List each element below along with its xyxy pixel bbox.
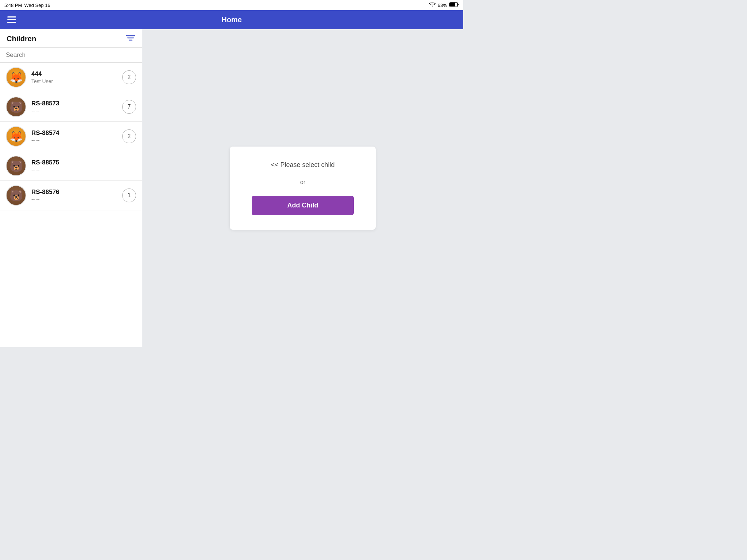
page-title: Home	[221, 16, 242, 24]
search-bar	[0, 48, 142, 63]
date-display: Wed Sep 16	[24, 3, 50, 8]
battery-icon	[449, 2, 459, 8]
child-list: 🦊 444 Test User 2 🐻 RS-88573 -- -- 7	[0, 63, 142, 347]
child-item-rs88576[interactable]: 🐻 RS-88576 -- -- 1	[0, 181, 142, 210]
time-display: 5:48 PM	[4, 3, 22, 8]
child-name-rs88573: RS-88573	[31, 100, 117, 107]
children-sidebar: Children 🦊 444 Test Use	[0, 29, 142, 347]
menu-line-3	[7, 22, 16, 23]
child-name-rs88576: RS-88576	[31, 188, 117, 196]
child-sub-rs88575: -- --	[31, 167, 136, 173]
child-name-rs88575: RS-88575	[31, 159, 136, 166]
wifi-icon	[429, 2, 436, 8]
badge-444: 2	[122, 70, 136, 84]
battery-percentage: 63%	[438, 3, 447, 8]
status-bar: 5:48 PM Wed Sep 16 63%	[0, 0, 463, 10]
sidebar-header: Children	[0, 29, 142, 48]
app-header: Home	[0, 10, 463, 29]
menu-line-2	[7, 19, 16, 20]
content-area: << Please select child or Add Child	[142, 29, 463, 347]
child-info-rs88574: RS-88574 -- --	[31, 129, 117, 143]
badge-rs88574: 2	[122, 129, 136, 143]
avatar-bear-rs88573: 🐻	[6, 97, 26, 117]
filter-icon[interactable]	[126, 34, 135, 43]
avatar-fox-rs88574: 🦊	[6, 126, 26, 147]
bear-emoji-3: 🐻	[9, 189, 23, 202]
child-info-444: 444 Test User	[31, 70, 117, 84]
child-info-rs88576: RS-88576 -- --	[31, 188, 117, 202]
select-child-text: << Please select child	[271, 161, 334, 169]
search-input[interactable]	[6, 51, 136, 59]
svg-rect-1	[450, 3, 455, 7]
child-sub-rs88574: -- --	[31, 137, 117, 143]
sidebar-title: Children	[7, 35, 36, 43]
fox-emoji: 🦊	[9, 71, 23, 84]
badge-rs88573: 7	[122, 100, 136, 114]
or-text: or	[300, 179, 305, 186]
avatar-bear-rs88576: 🐻	[6, 185, 26, 206]
select-child-card: << Please select child or Add Child	[230, 147, 376, 230]
child-sub-444: Test User	[31, 78, 117, 84]
child-name-444: 444	[31, 70, 117, 78]
menu-line-1	[7, 16, 16, 18]
child-name-rs88574: RS-88574	[31, 129, 117, 137]
badge-rs88576: 1	[122, 188, 136, 202]
child-sub-rs88573: -- --	[31, 108, 117, 114]
bear-emoji-2: 🐻	[9, 160, 23, 172]
avatar-bear-rs88575: 🐻	[6, 156, 26, 176]
child-item-rs88573[interactable]: 🐻 RS-88573 -- -- 7	[0, 92, 142, 122]
bear-emoji: 🐻	[9, 101, 23, 113]
child-sub-rs88576: -- --	[31, 197, 117, 202]
add-child-button[interactable]: Add Child	[252, 196, 354, 215]
fox-emoji-2: 🦊	[9, 130, 23, 143]
child-info-rs88573: RS-88573 -- --	[31, 100, 117, 114]
child-info-rs88575: RS-88575 -- --	[31, 159, 136, 173]
child-item-rs88574[interactable]: 🦊 RS-88574 -- -- 2	[0, 122, 142, 151]
avatar-fox-444: 🦊	[6, 67, 26, 88]
child-item-444[interactable]: 🦊 444 Test User 2	[0, 63, 142, 92]
child-item-rs88575[interactable]: 🐻 RS-88575 -- --	[0, 151, 142, 181]
main-layout: Children 🦊 444 Test Use	[0, 29, 463, 347]
menu-button[interactable]	[6, 15, 18, 24]
